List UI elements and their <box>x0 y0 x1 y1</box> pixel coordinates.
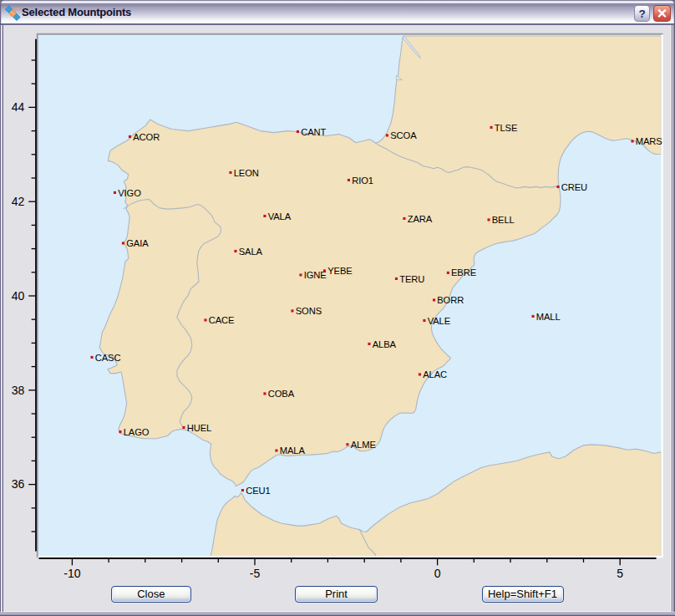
svg-text:EBRE: EBRE <box>451 267 476 277</box>
svg-text:38: 38 <box>12 384 25 397</box>
svg-text:LEON: LEON <box>234 168 259 178</box>
svg-text:ACOR: ACOR <box>133 132 160 142</box>
svg-text:LAGO: LAGO <box>124 427 150 437</box>
svg-text:CEU1: CEU1 <box>246 486 270 496</box>
svg-text:-10: -10 <box>63 567 80 580</box>
svg-text:RIO1: RIO1 <box>352 176 373 186</box>
svg-text:GAIA: GAIA <box>126 238 149 248</box>
svg-text:SONS: SONS <box>296 306 322 316</box>
svg-text:ALAC: ALAC <box>423 369 447 379</box>
svg-text:CACE: CACE <box>209 315 235 325</box>
svg-text:44: 44 <box>12 100 25 114</box>
svg-text:CREU: CREU <box>561 182 587 192</box>
svg-text:COBA: COBA <box>268 389 295 399</box>
svg-text:TERU: TERU <box>399 274 424 284</box>
svg-text:VALE: VALE <box>428 316 450 326</box>
svg-text:CANT: CANT <box>301 127 326 137</box>
svg-text:MALL: MALL <box>536 312 561 322</box>
svg-text:ZARA: ZARA <box>408 214 433 224</box>
svg-text:ALME: ALME <box>351 440 376 450</box>
svg-text:BORR: BORR <box>437 295 464 305</box>
svg-text:YEBE: YEBE <box>327 266 352 276</box>
svg-text:36: 36 <box>12 477 25 491</box>
svg-text:40: 40 <box>12 289 25 303</box>
svg-text:5: 5 <box>617 567 623 580</box>
svg-text:0: 0 <box>434 567 441 580</box>
svg-text:-5: -5 <box>250 567 261 580</box>
svg-text:HUEL: HUEL <box>187 423 211 433</box>
svg-text:SCOA: SCOA <box>390 130 417 140</box>
svg-text:42: 42 <box>12 195 25 208</box>
svg-text:CASC: CASC <box>95 353 121 363</box>
svg-text:ALBA: ALBA <box>373 339 397 349</box>
svg-text:TLSE: TLSE <box>495 123 518 133</box>
svg-text:IGNE: IGNE <box>304 270 327 280</box>
svg-text:MALA: MALA <box>280 445 306 456</box>
svg-text:VALA: VALA <box>268 211 292 221</box>
svg-text:MARS: MARS <box>636 136 662 146</box>
svg-text:BELL: BELL <box>492 215 515 225</box>
svg-text:SALA: SALA <box>239 247 263 257</box>
svg-text:VIGO: VIGO <box>118 188 141 198</box>
